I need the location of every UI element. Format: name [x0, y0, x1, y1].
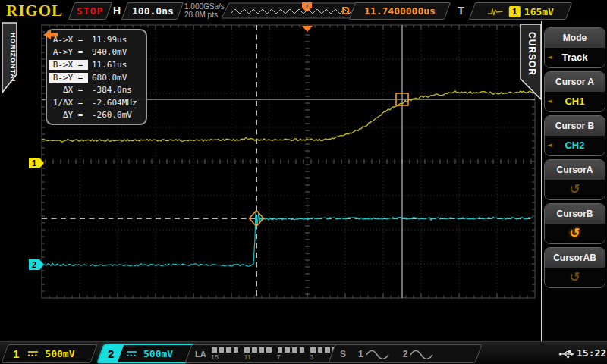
digital-bit-indicator [252, 347, 257, 353]
readout-row: 1/ΔX = -2.604MHz [49, 96, 144, 109]
digital-bit-indicator [266, 347, 272, 353]
readout-row: A->X = 11.99us [49, 33, 144, 46]
digital-bit-indicator [318, 347, 323, 353]
delay-label: D [341, 4, 350, 17]
run-state-badge[interactable]: STOP [68, 2, 112, 20]
dc-coupling-icon [28, 350, 39, 357]
rotate-knob-icon: ↺ [569, 227, 580, 240]
channel-status-bar: 1 500mV 2 500mV LA [0, 341, 607, 364]
source-label: S [340, 349, 346, 359]
digital-bit-indicator [278, 347, 283, 353]
channel1-badge[interactable]: 1 500mV [1, 344, 97, 363]
timebase-badge[interactable]: 100.0ns [121, 2, 184, 20]
digital-bit-indicator [310, 347, 316, 353]
rotate-knob-icon: ↺ [569, 271, 580, 284]
menu-button-cursorb-knob[interactable]: CursorB ↺ [544, 203, 605, 244]
run-state-label: STOP [77, 5, 103, 17]
digital-bit-indicator [285, 347, 290, 353]
ch2-trace [42, 211, 533, 267]
digital-bit-indicator [300, 347, 305, 353]
trigger-position-marker[interactable] [302, 26, 313, 32]
horizontal-label: H [113, 5, 121, 17]
delay-value: 11.7400000us [364, 5, 436, 17]
left-triangle-icon: ◄ [547, 141, 552, 149]
trigger-badge[interactable]: 1 165mV [469, 2, 572, 20]
trigger-source-badge: 1 [509, 5, 521, 17]
cursor-readout-box: A->X = 11.99us A->Y = 940.0mV B->X = 11.… [46, 29, 147, 125]
digital-bit-indicator [244, 347, 250, 353]
horizontal-tab: HORIZONTAL [3, 24, 17, 93]
memory-depth: 28.0M pts [184, 11, 225, 19]
logic-analyzer-badge[interactable]: LA 151173 [184, 344, 343, 363]
digital-group-number: 3 [310, 353, 313, 361]
digital-group-number: 15 [211, 353, 219, 361]
soft-menu-panel: Mode ◄Track Cursor A ◄CH1 Cursor B ◄CH2 … [541, 21, 607, 341]
svg-text:2: 2 [32, 260, 36, 269]
readout-row: B->Y = 680.0mV [49, 71, 144, 84]
digital-bit-indicator [259, 347, 265, 353]
menu-button-cursorab-knob[interactable]: CursorAB ↺ [544, 247, 605, 288]
readout-row: B->X = 11.61us [49, 58, 144, 71]
channel1-scale: 500mV [45, 348, 74, 359]
usb-icon [558, 349, 575, 359]
source1-number: 1 [358, 349, 363, 359]
rigol-logo: RIGOL [6, 2, 63, 20]
sample-rate-block: 1.000GSa/s 28.0M pts [184, 2, 225, 19]
clock: 15:22 [577, 347, 606, 359]
digital-bit-indicator [219, 347, 225, 353]
digital-bit-indicator [325, 347, 330, 353]
readout-row: ΔX = -384.0ns [49, 83, 144, 96]
menu-button-cursor-a[interactable]: Cursor A ◄CH1 [544, 71, 605, 112]
left-triangle-icon: ◄ [547, 53, 552, 61]
timebase-value: 100.0ns [132, 5, 174, 17]
source-output-badge[interactable]: S 1 2 [328, 344, 482, 363]
trigger-label: T [458, 4, 464, 17]
source2-number: 2 [403, 349, 408, 359]
rotate-knob-icon: ↺ [569, 183, 580, 196]
digital-bit-indicator [292, 347, 297, 353]
channel2-scale: 500mV [143, 348, 173, 359]
menu-button-cursora-knob[interactable]: CursorA ↺ [544, 159, 605, 200]
readout-row: A->Y = 940.0mV [49, 46, 144, 59]
left-triangle-icon: ◄ [547, 97, 552, 105]
status-bar: RIGOL STOP H 100.0ns 1.000GSa/s 28.0M pt… [0, 0, 607, 21]
digital-group-number: 7 [277, 353, 281, 361]
digital-bit-indicator [226, 347, 231, 353]
digital-bit-indicator [212, 347, 217, 353]
digital-group-number: 11 [244, 353, 250, 361]
trigger-level-value: 165mV [524, 5, 554, 17]
trigger-edge-icon [487, 5, 505, 17]
sine-wave-icon [365, 349, 391, 359]
menu-button-mode[interactable]: Mode ◄Track [544, 27, 605, 68]
readout-row: ΔY = -260.0mV [49, 109, 144, 122]
sample-rate: 1.000GSa/s [184, 2, 225, 11]
channel1-number: 1 [13, 347, 19, 360]
cursor-menu-tab: CURSOR [524, 27, 537, 80]
svg-text:T: T [305, 3, 309, 10]
digital-bit-indicator [234, 347, 239, 353]
dc-coupling-icon [127, 350, 137, 357]
delay-badge[interactable]: 11.7400000us [349, 2, 451, 20]
menu-button-cursor-b[interactable]: Cursor B ◄CH2 [544, 115, 605, 156]
channel2-badge[interactable]: 2 500mV [96, 344, 196, 363]
svg-text:1: 1 [32, 158, 36, 168]
oscilloscope-screen: 12 RIGOL STOP H 100.0ns 1.000GSa/s 28.0M… [0, 0, 607, 364]
sine-wave-icon [409, 349, 435, 359]
